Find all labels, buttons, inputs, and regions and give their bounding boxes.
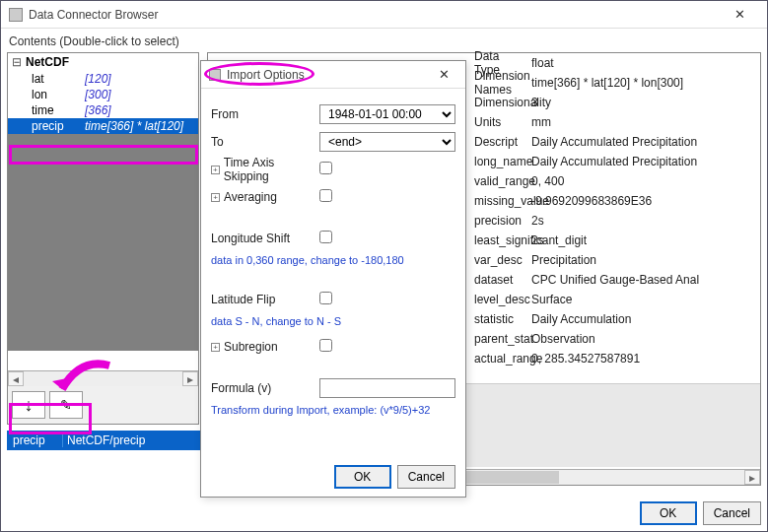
expand-icon[interactable]: +	[211, 193, 220, 202]
import-down-button[interactable]: ↓	[12, 391, 45, 419]
subregion-checkbox[interactable]	[319, 339, 332, 352]
formula-hint: Transform during Import, example: (v*9/5…	[211, 404, 455, 416]
property-value: Daily Accumulated Precipitation	[524, 135, 760, 149]
skip-label: Time Axis Skipping	[224, 156, 319, 183]
scroll-track[interactable]	[24, 371, 182, 386]
dialog-titlebar: Import Options ✕	[201, 61, 465, 89]
tree-hscrollbar[interactable]: ◂ ▸	[8, 370, 198, 386]
tree-body: ⊟ NetCDF lat [120] lon [300] time [366] …	[8, 53, 198, 388]
latflip-checkbox[interactable]	[319, 292, 332, 304]
main-cancel-button[interactable]: Cancel	[703, 501, 761, 525]
property-value: Surface	[524, 293, 760, 306]
tree-root-label: NetCDF	[26, 55, 69, 69]
dialog-body: From 1948-01-01 00:00 To <end> +Time Axi…	[201, 89, 465, 430]
tree-root[interactable]: ⊟ NetCDF	[8, 53, 198, 71]
tree-collapse-icon[interactable]: ⊟	[12, 55, 22, 69]
dialog-close-button[interactable]: ✕	[430, 67, 457, 82]
property-value: 3	[524, 96, 760, 109]
subregion-row: +Subregion	[211, 335, 455, 359]
tree-panel: ⊟ NetCDF lat [120] lon [300] time [366] …	[7, 52, 199, 425]
dialog-ok-button[interactable]: OK	[334, 465, 391, 489]
dialog-icon	[209, 69, 221, 81]
lonshift-row: Longitude Shift	[211, 227, 455, 250]
window-close-button[interactable]: ✕	[720, 7, 759, 22]
to-row: To <end>	[211, 130, 455, 154]
formula-input[interactable]	[319, 378, 455, 398]
property-value: 0, 400	[524, 174, 760, 188]
scroll-left-icon[interactable]: ◂	[8, 371, 24, 386]
latflip-hint: data S - N, change to N - S	[211, 315, 455, 327]
tree-item-time[interactable]: time [366]	[8, 102, 198, 118]
dialog-cancel-button[interactable]: Cancel	[397, 465, 455, 489]
tree-item-dim: [300]	[85, 88, 111, 101]
property-value: Precipitation	[524, 253, 760, 267]
from-row: From 1948-01-01 00:00	[211, 102, 455, 126]
skip-row: +Time Axis Skipping	[211, 158, 455, 181]
titlebar: Data Connector Browser ✕	[1, 1, 767, 29]
tree-item-dim: time[366] * lat[120]	[85, 119, 183, 133]
arrow-down-icon: ↓	[25, 395, 34, 416]
tree-item-dim: [366]	[85, 103, 111, 117]
to-select[interactable]: <end>	[319, 132, 455, 152]
avg-checkbox[interactable]	[319, 189, 332, 202]
tree-toolbar: ↓ ✎	[8, 386, 198, 424]
property-value: 0, 285.34527587891	[524, 352, 760, 366]
import-options-dialog: Import Options ✕ From 1948-01-01 00:00 T…	[200, 60, 466, 498]
lonshift-checkbox[interactable]	[319, 231, 332, 243]
tree-item-name: time	[32, 103, 77, 117]
avg-label: Averaging	[224, 190, 277, 204]
lonshift-hint: data in 0,360 range, change to -180,180	[211, 254, 455, 266]
app-icon	[9, 8, 23, 22]
avg-row: +Averaging	[211, 185, 455, 209]
tree-item-name: precip	[32, 119, 77, 133]
tree-item-precip[interactable]: precip time[366] * lat[120]	[8, 118, 198, 134]
tree-item-lat[interactable]: lat [120]	[8, 71, 198, 87]
main-ok-button[interactable]: OK	[640, 501, 697, 525]
property-value: 2s	[524, 214, 760, 228]
tree-item-name: lat	[32, 72, 77, 86]
latflip-row: Latitude Flip	[211, 288, 455, 311]
tree-item-dim: [120]	[85, 72, 111, 86]
property-value: -9.9692099683869E36	[524, 194, 760, 208]
tree-empty-area	[8, 134, 198, 351]
edit-button[interactable]: ✎	[49, 391, 83, 419]
formula-label: Formula (v)	[211, 381, 319, 395]
property-value: Observation	[524, 332, 760, 346]
expand-icon[interactable]: +	[211, 343, 220, 352]
subregion-label: Subregion	[224, 340, 278, 354]
expand-icon[interactable]: +	[211, 166, 220, 174]
latflip-label: Latitude Flip	[211, 293, 319, 306]
pencil-icon: ✎	[60, 397, 72, 413]
from-select[interactable]: 1948-01-01 00:00	[319, 104, 455, 124]
scroll-right-icon[interactable]: ▸	[744, 470, 760, 485]
dialog-footer: OK Cancel	[334, 465, 455, 489]
window-title: Data Connector Browser	[29, 8, 720, 22]
skip-checkbox[interactable]	[319, 162, 332, 174]
tree-item-name: lon	[32, 88, 77, 101]
property-value: Daily Accumulated Precipitation	[524, 155, 760, 168]
property-value: time[366] * lat[120] * lon[300]	[524, 76, 760, 90]
scroll-right-icon[interactable]: ▸	[182, 371, 198, 386]
property-value: 2s	[524, 233, 760, 247]
main-footer: OK Cancel	[640, 501, 761, 525]
dialog-title: Import Options	[227, 68, 430, 82]
property-value: float	[524, 56, 760, 70]
property-value: Daily Accumulation	[524, 312, 760, 326]
to-label: To	[211, 135, 319, 149]
lonshift-label: Longitude Shift	[211, 232, 319, 245]
tree-item-lon[interactable]: lon [300]	[8, 87, 198, 102]
property-value: CPC Unified Gauge-Based Anal	[524, 273, 760, 287]
status-varname: precip	[7, 433, 62, 447]
property-value: mm	[524, 115, 760, 129]
formula-row: Formula (v)	[211, 376, 455, 400]
from-label: From	[211, 107, 319, 121]
